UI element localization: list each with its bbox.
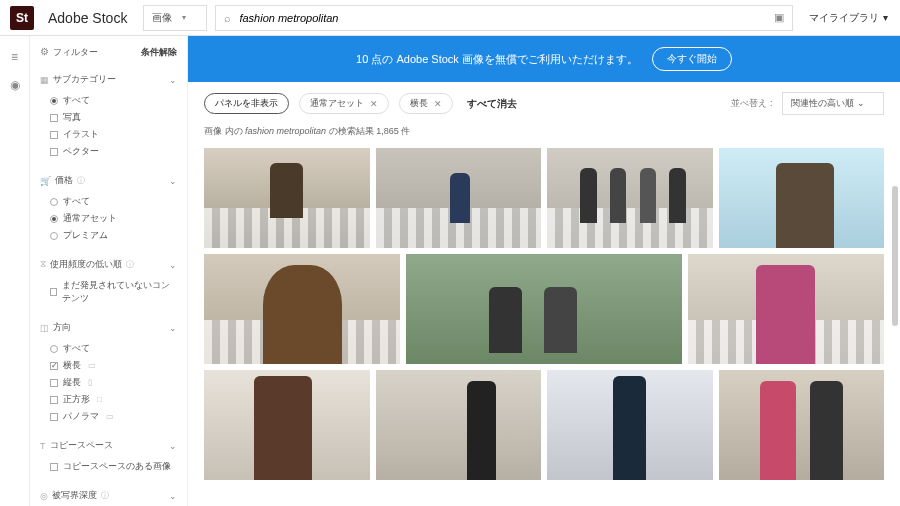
section-dof: ◎被写界深度 ⓘ ⌄ 初期設定 背景ぼかし 浅	[40, 485, 177, 506]
result-thumb[interactable]	[547, 148, 713, 248]
checkbox-icon	[50, 288, 57, 296]
filter-item[interactable]: プレミアム	[50, 227, 177, 244]
checkbox-icon	[50, 379, 58, 387]
chevron-down-icon: ⌄	[169, 491, 177, 501]
banner-cta-button[interactable]: 今すぐ開始	[652, 47, 732, 71]
filter-chip[interactable]: 横長✕	[399, 93, 453, 114]
section-copyspace: Tコピースペース ⌄ コピースペースのある画像	[40, 435, 177, 475]
chevron-down-icon: ⌄	[169, 75, 177, 85]
result-thumb[interactable]	[204, 370, 370, 480]
chevron-down-icon: ▾	[182, 13, 186, 22]
section-subcategory-title[interactable]: ▦サブカテゴリー ⌄	[40, 69, 177, 90]
filter-item[interactable]: すべて	[50, 193, 177, 210]
text-icon: T	[40, 441, 46, 451]
chevron-down-icon: ▾	[883, 12, 888, 23]
close-icon[interactable]: ✕	[434, 99, 442, 109]
section-orientation-title[interactable]: ◫方向 ⌄	[40, 317, 177, 338]
clear-filters-link[interactable]: 条件解除	[141, 46, 177, 59]
adobe-stock-logo: St	[10, 6, 34, 30]
close-icon[interactable]: ✕	[370, 99, 378, 109]
result-thumb[interactable]	[688, 254, 884, 364]
checkbox-icon	[50, 362, 58, 370]
controls-row: パネルを非表示 通常アセット✕ 横長✕ すべて消去 並べ替え : 関連性の高い順…	[188, 82, 900, 125]
chevron-down-icon: ⌄	[169, 260, 177, 270]
filter-item[interactable]: 通常アセット	[50, 210, 177, 227]
clock-icon: ⧖	[40, 259, 46, 270]
filter-icon: ⚙	[40, 46, 49, 57]
chevron-down-icon: ⌄	[857, 98, 865, 108]
filter-chip[interactable]: 通常アセット✕	[299, 93, 389, 114]
chevron-down-icon: ⌄	[169, 441, 177, 451]
section-copyspace-title[interactable]: Tコピースペース ⌄	[40, 435, 177, 456]
filter-item[interactable]: まだ発見されていないコンテンツ	[50, 277, 177, 307]
result-thumb[interactable]	[547, 370, 713, 480]
radio-icon	[50, 345, 58, 353]
grid-icon: ▦	[40, 75, 49, 85]
sliders-icon[interactable]: ≡	[11, 50, 18, 64]
radio-icon	[50, 198, 58, 206]
aperture-icon: ◎	[40, 491, 48, 501]
camera-icon[interactable]: ▣	[774, 11, 784, 24]
result-thumb[interactable]	[719, 148, 885, 248]
filter-item[interactable]: すべて	[50, 340, 177, 357]
info-icon[interactable]: ⓘ	[77, 175, 85, 186]
filter-item[interactable]: 横長▭	[50, 357, 177, 374]
result-thumb[interactable]	[376, 370, 542, 480]
category-label: 画像	[152, 11, 172, 25]
section-price-title[interactable]: 🛒価格 ⓘ ⌄	[40, 170, 177, 191]
result-thumb[interactable]	[204, 148, 370, 248]
checkbox-icon	[50, 396, 58, 404]
filter-item[interactable]: イラスト	[50, 126, 177, 143]
filter-item[interactable]: ベクター	[50, 143, 177, 160]
filter-item[interactable]: 写真	[50, 109, 177, 126]
my-library-link[interactable]: マイライブラリ ▾	[809, 11, 888, 25]
section-dof-title[interactable]: ◎被写界深度 ⓘ ⌄	[40, 485, 177, 506]
filter-sidebar: ⚙フィルター 条件解除 ▦サブカテゴリー ⌄ すべて 写真 イラスト ベクター …	[30, 36, 188, 506]
search-input[interactable]	[239, 12, 766, 24]
filter-item[interactable]: コピースペースのある画像	[50, 458, 177, 475]
checkbox-icon	[50, 148, 58, 156]
portrait-icon: ▯	[88, 378, 92, 387]
checkbox-icon	[50, 463, 58, 471]
results-grid	[188, 148, 900, 480]
radio-icon	[50, 97, 58, 105]
info-icon[interactable]: ⓘ	[101, 490, 109, 501]
filter-item[interactable]: 正方形□	[50, 391, 177, 408]
result-thumb[interactable]	[406, 254, 681, 364]
left-rail: ≡ ◉	[0, 36, 30, 506]
banner-text: 10 点の Adobe Stock 画像を無償でご利用いただけます。	[356, 52, 638, 67]
hide-panel-button[interactable]: パネルを非表示	[204, 93, 289, 114]
scrollbar[interactable]	[892, 186, 898, 326]
sidebar-header: ⚙フィルター 条件解除	[40, 46, 177, 59]
landscape-icon: ▭	[88, 361, 96, 370]
sort-label: 並べ替え :	[731, 97, 772, 110]
checkbox-icon	[50, 114, 58, 122]
result-thumb[interactable]	[204, 254, 400, 364]
info-icon[interactable]: ⓘ	[126, 259, 134, 270]
chevron-down-icon: ⌄	[169, 176, 177, 186]
camera-icon[interactable]: ◉	[10, 78, 20, 92]
sort-select[interactable]: 関連性の高い順 ⌄	[782, 92, 884, 115]
orientation-icon: ◫	[40, 323, 49, 333]
clear-all-button[interactable]: すべて消去	[467, 97, 517, 111]
radio-icon	[50, 232, 58, 240]
filter-title: ⚙フィルター	[40, 46, 98, 59]
category-select[interactable]: 画像 ▾	[143, 5, 207, 31]
promo-banner: 10 点の Adobe Stock 画像を無償でご利用いただけます。 今すぐ開始	[188, 36, 900, 82]
checkbox-icon	[50, 131, 58, 139]
filter-item[interactable]: パノラマ▭	[50, 408, 177, 425]
result-thumb[interactable]	[719, 370, 885, 480]
section-orientation: ◫方向 ⌄ すべて 横長▭ 縦長▯ 正方形□ パノラマ▭	[40, 317, 177, 425]
search-icon: ⌕	[224, 12, 231, 24]
chevron-down-icon: ⌄	[169, 323, 177, 333]
section-usage-title[interactable]: ⧖使用頻度の低い順 ⓘ ⌄	[40, 254, 177, 275]
filter-item[interactable]: すべて	[50, 92, 177, 109]
square-icon: □	[97, 395, 102, 404]
library-label: マイライブラリ	[809, 11, 879, 25]
main-content: 10 点の Adobe Stock 画像を無償でご利用いただけます。 今すぐ開始…	[188, 36, 900, 506]
filter-item[interactable]: 縦長▯	[50, 374, 177, 391]
panorama-icon: ▭	[106, 412, 114, 421]
top-bar: St Adobe Stock 画像 ▾ ⌕ ▣ マイライブラリ ▾	[0, 0, 900, 36]
result-thumb[interactable]	[376, 148, 542, 248]
checkbox-icon	[50, 413, 58, 421]
